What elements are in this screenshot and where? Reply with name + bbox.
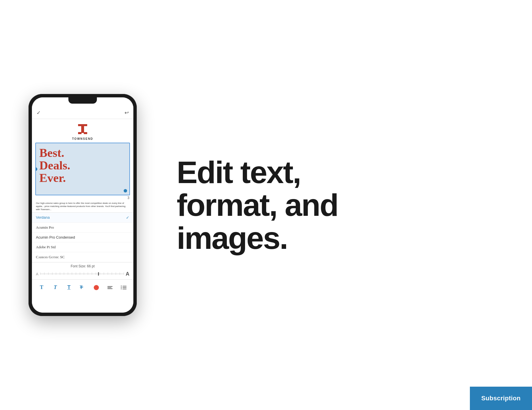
hero-line2: format, and — [177, 188, 338, 222]
list-bullet — [121, 286, 122, 286]
align-line — [107, 288, 113, 289]
body-text: Our high-volume sales group is here to o… — [32, 200, 133, 212]
slider-tick — [120, 272, 120, 275]
slider-tick — [92, 272, 92, 275]
banner-text: Best. Deals. Ever. — [39, 147, 126, 184]
hero-text: Edit text, format, and images. — [177, 156, 338, 255]
list-row — [121, 287, 127, 288]
banner-line3: Ever. — [39, 172, 126, 184]
slider-tick — [124, 272, 124, 275]
svg-rect-1 — [81, 126, 84, 133]
color-dot — [94, 285, 99, 290]
list-text-line — [123, 289, 127, 289]
list-row — [121, 288, 127, 289]
slider-tick — [72, 272, 72, 275]
italic-button[interactable]: T — [50, 282, 60, 293]
slider-tick — [64, 272, 64, 275]
underline-button[interactable]: T — [64, 282, 74, 293]
slider-tick — [116, 272, 116, 275]
font-name-adobe-pi: Adobe Pi Std — [36, 245, 56, 249]
align-icon — [107, 286, 113, 289]
list-bullet — [121, 288, 122, 289]
banner-line1: Best. — [39, 147, 126, 159]
main-container: ✓ ↩ TOWNSEN — [0, 0, 532, 410]
list-bullet — [121, 287, 122, 288]
logo-text: TOWNSEND — [72, 137, 93, 140]
hero-line3: images. — [177, 222, 338, 255]
color-button[interactable] — [91, 282, 101, 293]
page-number: 3 — [32, 195, 133, 200]
slider-tick — [60, 272, 60, 275]
list-text-line — [123, 287, 127, 288]
slider-tick — [52, 272, 52, 275]
slider-track[interactable] — [40, 274, 124, 274]
list-button[interactable] — [119, 282, 129, 293]
undo-icon[interactable]: ↩ — [125, 110, 129, 116]
font-item-acumin-pro[interactable]: Acumin Pro — [32, 223, 133, 233]
list-icon — [121, 286, 127, 289]
slider-tick — [84, 272, 84, 275]
slider-small-label: A — [36, 272, 38, 276]
phone-notch — [68, 97, 97, 104]
font-item-adobe-pi[interactable]: Adobe Pi Std — [32, 242, 133, 252]
phone-frame: ✓ ↩ TOWNSEN — [28, 94, 137, 316]
banner-line2: Deals. — [39, 159, 126, 172]
list-row — [121, 286, 127, 286]
slider-tick — [68, 272, 68, 275]
font-size-slider[interactable]: A — [32, 270, 133, 279]
slider-tick — [80, 272, 80, 275]
svg-rect-3 — [84, 132, 87, 134]
font-size-label: Font Size: 66 pt — [32, 262, 133, 270]
phone-toolbar: ✓ ↩ — [32, 106, 133, 119]
font-name-carrois: Carrois Gothic SC — [36, 255, 65, 259]
slider-tick — [76, 272, 76, 275]
strikethrough-button[interactable]: T — [78, 282, 88, 293]
slider-tick — [108, 272, 108, 275]
font-item-acumin-pro-condensed[interactable]: Acumin Pro Condensed — [32, 233, 133, 242]
slider-ticks — [40, 274, 124, 274]
text-section: Edit text, format, and images. — [160, 156, 509, 255]
slider-tick — [40, 272, 40, 275]
phone-screen: ✓ ↩ TOWNSEN — [32, 97, 133, 313]
align-line — [107, 287, 111, 288]
align-line — [107, 286, 113, 287]
left-resize-handle[interactable] — [35, 167, 37, 171]
svg-rect-0 — [78, 124, 87, 126]
slider-tick — [88, 272, 88, 275]
font-item-verdana[interactable]: Verdana ✓ — [32, 213, 133, 223]
font-name-acumin-pro-condensed: Acumin Pro Condensed — [36, 235, 75, 239]
logo-area: TOWNSEND — [32, 119, 133, 143]
slider-tick — [100, 272, 100, 275]
townsend-logo-icon — [77, 124, 88, 136]
slider-tick — [96, 272, 96, 275]
font-dropdown: Verdana ✓ Acumin Pro Acumin Pro Condense… — [32, 212, 133, 262]
font-name-acumin-pro: Acumin Pro — [36, 225, 54, 230]
phone-section: ✓ ↩ TOWNSEN — [28, 94, 137, 316]
align-button[interactable] — [105, 282, 115, 293]
slider-tick — [56, 272, 56, 275]
font-item-carrois[interactable]: Carrois Gothic SC — [32, 252, 133, 262]
corner-resize-handle[interactable] — [124, 189, 127, 192]
slider-thumb[interactable] — [98, 272, 99, 276]
list-text-line — [123, 286, 127, 286]
slider-large-label: A — [126, 271, 129, 277]
subscription-button[interactable]: Subscription — [470, 387, 532, 410]
bold-button[interactable]: T — [36, 282, 47, 293]
slider-tick — [44, 272, 44, 275]
slider-tick — [48, 272, 48, 275]
banner-area[interactable]: Best. Deals. Ever. — [35, 143, 130, 195]
check-icon[interactable]: ✓ — [36, 110, 41, 116]
svg-rect-2 — [78, 132, 81, 134]
hero-line1: Edit text, — [177, 156, 338, 189]
slider-tick — [104, 272, 104, 275]
font-name-verdana: Verdana — [36, 215, 50, 220]
phone-content: TOWNSEND Best. Deals. Ever. 3 — [32, 119, 133, 313]
phone-bottom-toolbar: T T T T — [32, 279, 133, 296]
font-selected-check: ✓ — [126, 215, 129, 220]
slider-tick — [112, 272, 112, 275]
